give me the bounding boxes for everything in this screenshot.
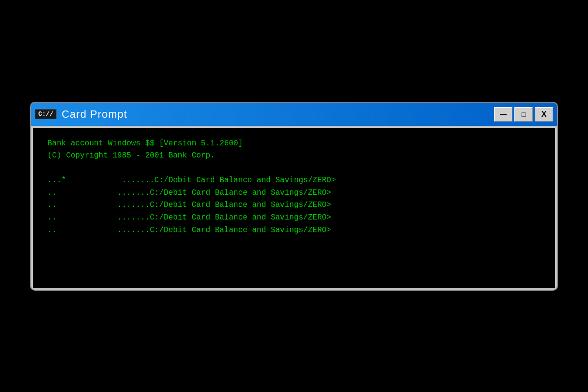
terminal-body: Bank account Windows $$ [Version 5.1.260… — [33, 128, 555, 288]
terminal-line-2: (C) Copyright 1985 - 2001 Bank Corp. — [47, 150, 541, 162]
window-title: Card Prompt — [62, 108, 489, 121]
terminal-path-2: .. .......C:/Debit Card Balance and Savi… — [47, 187, 541, 200]
cmd-window: C:// Card Prompt — □ X Bank account Wind… — [30, 102, 558, 291]
window-controls: — □ X — [494, 107, 553, 122]
titlebar: C:// Card Prompt — □ X — [31, 103, 557, 126]
terminal-path-4: .. .......C:/Debit Card Balance and Savi… — [47, 212, 541, 224]
terminal-path-5: .. .......C:/Debit Card Balance and Savi… — [47, 224, 541, 237]
terminal-line-1: Bank account Windows $$ [Version 5.1.260… — [47, 138, 541, 150]
cmd-icon: C:// — [35, 109, 57, 119]
terminal-blank-1 — [47, 162, 541, 175]
terminal-path-3: .. .......C:/Debit Card Balance and Savi… — [47, 199, 541, 212]
close-button[interactable]: X — [535, 107, 553, 122]
minimize-button[interactable]: — — [494, 107, 512, 122]
maximize-button[interactable]: □ — [514, 107, 533, 122]
terminal-path-1: ...* .......C:/Debit Card Balance and Sa… — [47, 174, 541, 187]
